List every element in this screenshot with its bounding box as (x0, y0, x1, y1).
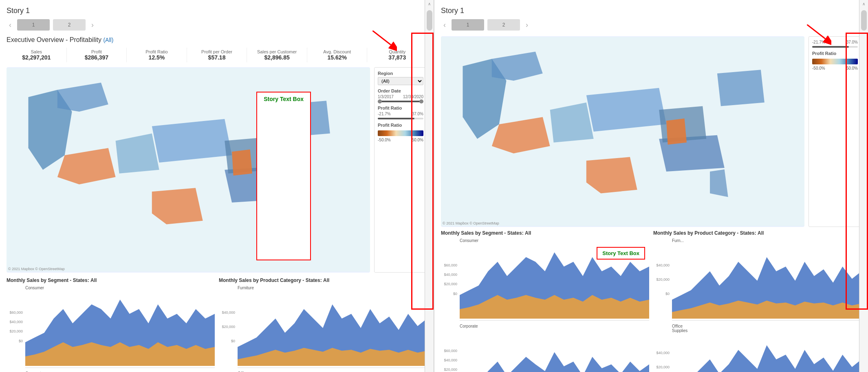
order-date-filter: Order Date 1/3/2017 12/30/2020 (378, 88, 423, 102)
right-legend-gradient (812, 59, 858, 64)
consumer-label: Consumer (25, 286, 48, 290)
profit-ratio-slider[interactable] (378, 118, 423, 119)
furniture-label: Furniture (238, 286, 260, 290)
right-product-chart-title: Monthly Sales by Product Category - Stat… (653, 230, 861, 236)
right-office-supplies-label: OfficeSupplies (672, 324, 694, 333)
right-us-map: © 2021 Mapbox © OpenStreetMap (441, 36, 804, 227)
right-furniture-chart (672, 243, 861, 321)
right-scrollbar[interactable]: ∧ (859, 0, 868, 372)
right-furniture-y-labels: $40,000 $20,000 $0 (653, 263, 670, 296)
right-segment-charts-column: $60,000 $40,000 $20,000 $0 Consumer Stor… (441, 238, 649, 372)
left-filter-panel: Region (All) Order Date 1/3/2017 12/30/2… (374, 67, 427, 273)
left-prev-arrow[interactable]: ‹ (7, 20, 14, 30)
order-date-slider[interactable] (378, 101, 423, 102)
svg-marker-18 (460, 352, 649, 372)
us-map: © 2021 Mapbox © OpenStreetMap Story Text… (7, 67, 370, 273)
kpi-row: Sales $2,297,201 Profit $286,397 Profit … (7, 48, 427, 62)
map-copyright: © 2021 Mapbox © OpenStreetMap (8, 267, 65, 271)
right-prev-arrow[interactable]: ‹ (441, 20, 448, 30)
right-profit-ratio-filter: -21.7% 37.0% (812, 40, 858, 48)
right-corporate-svg (460, 328, 649, 372)
left-story-title: Story 1 (7, 7, 427, 15)
furniture-svg (238, 290, 427, 366)
left-scrollbar[interactable]: ∧ (425, 0, 434, 372)
right-corporate-chart (460, 328, 649, 372)
right-map-svg (441, 36, 804, 227)
scroll-thumb[interactable] (427, 10, 432, 31)
right-furniture-label: Furn... (672, 238, 694, 243)
consumer-chart (25, 290, 215, 368)
right-furniture-svg (672, 243, 861, 319)
right-nav-dot-1[interactable]: 1 (452, 19, 484, 31)
consumer-y-labels: $60,000 $40,000 $20,000 $0 (7, 310, 23, 343)
left-nav-dot-2[interactable]: 2 (53, 19, 86, 31)
kpi-profit: Profit $286,397 (67, 48, 127, 62)
right-corporate-chart-row: $60,000 $40,000 $20,000 $0 Corporate (441, 324, 649, 372)
product-charts-column: $40,000 $20,000 $0 Furniture (219, 286, 427, 372)
furniture-chart-row: $40,000 $20,000 $0 Furniture (219, 286, 427, 368)
charts-grid: $60,000 $40,000 $20,000 $0 Consumer (7, 286, 427, 372)
right-segment-chart-title: Monthly Sales by Segment - States: All (441, 230, 649, 236)
right-consumer-y-labels: $60,000 $40,000 $20,000 $0 (441, 263, 457, 296)
svg-marker-24 (672, 345, 861, 372)
right-office-supplies-chart-row: $40,000 $20,000 $0 OfficeSupplies (653, 324, 861, 372)
furniture-y-labels: $40,000 $20,000 $0 (219, 310, 235, 343)
consumer-svg (25, 290, 215, 366)
segment-chart-title: Monthly Sales by Segment - States: All (7, 277, 215, 283)
exec-title: Executive Overview - Profitability (All) (7, 36, 427, 44)
segment-charts-column: $60,000 $40,000 $20,000 $0 Consumer (7, 286, 215, 372)
furniture-chart (238, 290, 427, 368)
left-nav-dot-1[interactable]: 1 (17, 19, 50, 31)
left-nav-bar: ‹ 1 2 › (7, 19, 427, 31)
left-panel: Story 1 ‹ 1 2 › Executive Overview - Pro… (0, 0, 434, 372)
left-charts-section: Monthly Sales by Segment - States: All M… (7, 277, 427, 372)
consumer-chart-row: $60,000 $40,000 $20,000 $0 Consumer (7, 286, 215, 368)
kpi-sales-per-customer: Sales per Customer $2,896.85 (247, 48, 307, 62)
right-charts-grid: $60,000 $40,000 $20,000 $0 Consumer Stor… (441, 238, 861, 372)
right-story-text-box[interactable]: Story Text Box (597, 247, 645, 260)
region-filter: Region (All) (378, 71, 423, 85)
right-consumer-chart-row: $60,000 $40,000 $20,000 $0 Consumer Stor… (441, 238, 649, 321)
left-next-arrow[interactable]: › (89, 20, 96, 30)
region-select[interactable]: (All) (378, 77, 423, 85)
right-furniture-chart-row: $40,000 $20,000 $0 Furn... (653, 238, 861, 321)
right-product-charts-column: $40,000 $20,000 $0 Furn... (653, 238, 861, 372)
right-charts-title-row: Monthly Sales by Segment - States: All M… (441, 230, 861, 236)
right-office-supplies-y-labels: $40,000 $20,000 $0 (653, 351, 670, 372)
right-story-title: Story 1 (441, 7, 861, 15)
kpi-profit-ratio: Profit Ratio 12.5% (127, 48, 187, 62)
right-nav-bar: ‹ 1 2 › (441, 19, 861, 31)
legend-gradient (378, 130, 423, 136)
profit-ratio-legend: Profit Ratio -50.0% 50.0% (378, 123, 423, 142)
right-corporate-y-labels: $60,000 $40,000 $20,000 $0 (441, 349, 457, 372)
right-scroll-thumb[interactable] (861, 10, 867, 31)
profit-ratio-filter: Profit Ratio -21.7% 37.0% (378, 106, 423, 119)
kpi-quantity: Quantity 37,873 (367, 48, 427, 62)
right-filter-panel: -21.7% 37.0% Profit Ratio -50.0% 50.0% (809, 36, 861, 227)
right-scroll-up-icon[interactable]: ∧ (862, 2, 865, 6)
left-story-text-box[interactable]: Story Text Box (256, 92, 311, 260)
product-chart-title: Monthly Sales by Product Category - Stat… (219, 277, 427, 283)
right-consumer-chart: Story Text Box (460, 243, 649, 321)
right-panel: Story 1 ‹ 1 2 › © 2021 Mapbox (434, 0, 868, 372)
kpi-profit-per-order: Profit per Order $57.18 (187, 48, 247, 62)
right-main-content: © 2021 Mapbox © OpenStreetMap -21.7% 37.… (441, 36, 861, 227)
right-corporate-label: Corporate (460, 324, 482, 328)
kpi-sales: Sales $2,297,201 (7, 48, 67, 62)
right-office-supplies-svg (672, 333, 861, 372)
main-content-area: © 2021 Mapbox © OpenStreetMap Story Text… (7, 67, 427, 273)
kpi-avg-discount: Avg. Discount 15.62% (307, 48, 368, 62)
right-next-arrow[interactable]: › (523, 20, 531, 30)
right-map-copyright: © 2021 Mapbox © OpenStreetMap (443, 221, 499, 225)
right-consumer-label: Consumer (460, 238, 482, 243)
right-nav-dot-2[interactable]: 2 (487, 19, 520, 31)
map-svg (7, 67, 370, 273)
charts-title-row: Monthly Sales by Segment - States: All M… (7, 277, 427, 283)
right-profit-ratio-legend: Profit Ratio -50.0% 50.0% (812, 51, 858, 70)
scroll-up-icon[interactable]: ∧ (428, 2, 431, 6)
right-profit-ratio-slider[interactable] (812, 46, 858, 48)
right-office-supplies-chart (672, 333, 861, 372)
